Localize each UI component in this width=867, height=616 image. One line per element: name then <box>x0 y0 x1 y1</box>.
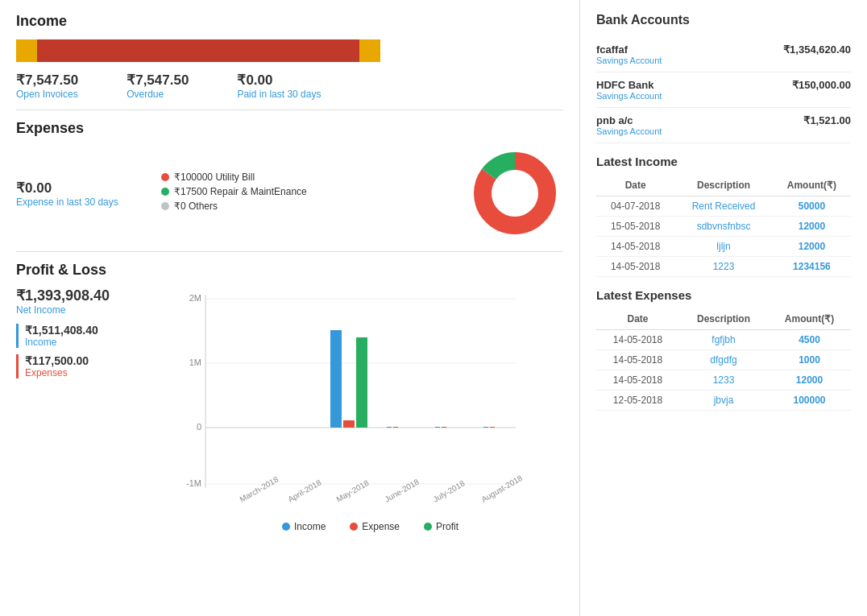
bar-chart-svg: 2M 1M 0 -1M March-2018 April-2018 <box>177 287 524 512</box>
svg-text:June-2018: June-2018 <box>384 477 421 503</box>
bank-item-1: HDFC Bank ₹150,000.00 Savings Account <box>596 72 851 108</box>
open-invoices-amount: ₹7,547.50 <box>16 72 78 89</box>
bank-item-2: pnb a/c ₹1,521.00 Savings Account <box>596 108 851 143</box>
open-invoices-block: ₹7,547.50 Open Invoices <box>16 72 78 100</box>
income-table-header: Date Description Amount(₹) <box>596 175 851 196</box>
paid-block: ₹0.00 Paid in last 30 days <box>237 72 321 100</box>
net-income-label: Net Income <box>16 304 161 316</box>
expenses-legend: ₹100000 Utility Bill ₹17500 Repair & Mai… <box>161 172 450 215</box>
expense-bar-may <box>343 420 355 428</box>
svg-point-2 <box>492 171 537 216</box>
right-panel: Bank Accounts fcaffaf ₹1,354,620.40 Savi… <box>580 0 867 616</box>
expenses-left: ₹0.00 Expense in last 30 days <box>16 180 145 208</box>
legend-income: Income <box>282 521 326 532</box>
table-row: 14-05-201812231234156 <box>596 257 851 277</box>
svg-text:August-2018: August-2018 <box>480 473 525 504</box>
svg-text:-1M: -1M <box>186 478 201 488</box>
svg-rect-20 <box>435 427 440 428</box>
svg-text:1M: 1M <box>189 358 201 367</box>
income-section: Income ₹7,547.50 Open Invoices ₹7,547.50… <box>16 13 563 100</box>
bank-type-1: Savings Account <box>596 91 851 101</box>
income-bar-may <box>330 330 342 428</box>
legend-income-dot <box>282 523 290 531</box>
latest-expenses-table: Date Description Amount(₹) 14-05-2018fgf… <box>596 308 851 411</box>
bank-amount-2: ₹1,521.00 <box>803 114 851 126</box>
legend-dot-repair <box>161 188 169 196</box>
svg-rect-22 <box>483 427 488 428</box>
chart-legend: Income Expense Profit <box>177 521 563 532</box>
bank-name-2: pnb a/c <box>596 114 633 126</box>
svg-text:May-2018: May-2018 <box>335 478 371 504</box>
bank-amount-0: ₹1,354,620.40 <box>783 43 851 56</box>
legend-dot-utility <box>161 173 169 181</box>
bank-amount-1: ₹150,000.00 <box>792 79 851 91</box>
income-title: Income <box>16 13 563 30</box>
pl-expense-block: ₹117,500.00 Expenses <box>16 354 161 378</box>
pl-content: ₹1,393,908.40 Net Income ₹1,511,408.40 I… <box>16 287 563 532</box>
svg-rect-21 <box>442 427 446 428</box>
bank-name-1: HDFC Bank <box>596 79 654 91</box>
paid-label: Paid in last 30 days <box>237 89 321 100</box>
legend-expense: Expense <box>350 521 400 532</box>
svg-text:2M: 2M <box>189 293 201 303</box>
paid-amount: ₹0.00 <box>237 72 321 89</box>
expenses-title: Expenses <box>16 120 563 137</box>
bank-item-row-1: HDFC Bank ₹150,000.00 <box>596 79 851 91</box>
income-bar-gold-left <box>16 39 37 62</box>
svg-text:March-2018: March-2018 <box>239 474 280 503</box>
legend-profit-dot <box>424 523 432 531</box>
overdue-label: Overdue <box>127 89 189 100</box>
net-income-amount: ₹1,393,908.40 <box>16 287 161 304</box>
expenses-amount: ₹0.00 <box>16 180 145 196</box>
overdue-amount: ₹7,547.50 <box>127 72 189 89</box>
pl-income-block: ₹1,511,408.40 Income <box>16 324 161 348</box>
income-header-amount: Amount(₹) <box>773 175 851 196</box>
pl-left: ₹1,393,908.40 Net Income ₹1,511,408.40 I… <box>16 287 161 532</box>
latest-income-title: Latest Income <box>596 155 851 168</box>
table-row: 15-05-2018sdbvnsfnbsc12000 <box>596 217 851 237</box>
open-invoices-label: Open Invoices <box>16 89 78 100</box>
legend-label-repair: ₹17500 Repair & MaintEnance <box>174 186 307 197</box>
legend-expense-label: Expense <box>362 521 400 532</box>
profit-bar-may <box>356 337 367 428</box>
pl-section: Profit & Loss ₹1,393,908.40 Net Income ₹… <box>16 262 563 532</box>
latest-expenses-title: Latest Expenses <box>596 288 851 302</box>
bank-accounts-title: Bank Accounts <box>596 13 851 27</box>
latest-expenses-section: Latest Expenses Date Description Amount(… <box>596 288 851 411</box>
table-row: 12-05-2018jbvja100000 <box>596 391 851 411</box>
legend-income-label: Income <box>294 521 326 532</box>
overdue-block: ₹7,547.50 Overdue <box>127 72 189 100</box>
table-row: 14-05-2018fgfjbh4500 <box>596 330 851 350</box>
income-bar <box>16 38 563 64</box>
bank-name-0: fcaffaf <box>596 43 628 56</box>
legend-label-utility: ₹100000 Utility Bill <box>174 172 255 183</box>
bank-type-0: Savings Account <box>596 56 851 65</box>
svg-text:July-2018: July-2018 <box>432 478 467 503</box>
table-row: 14-05-2018123312000 <box>596 370 851 391</box>
expenses-content: ₹0.00 Expense in last 30 days ₹100000 Ut… <box>16 145 563 242</box>
income-header-desc: Description <box>674 175 773 196</box>
income-header-date: Date <box>596 175 674 196</box>
income-bar-red <box>37 39 359 62</box>
expenses-section: Expenses ₹0.00 Expense in last 30 days ₹… <box>16 120 563 242</box>
pl-income-label: Income <box>25 337 161 348</box>
expenses-label: Expense in last 30 days <box>16 196 145 208</box>
bank-item-row-2: pnb a/c ₹1,521.00 <box>596 114 851 126</box>
svg-rect-19 <box>393 427 398 428</box>
income-stats: ₹7,547.50 Open Invoices ₹7,547.50 Overdu… <box>16 72 563 100</box>
legend-dot-others <box>161 202 169 210</box>
pl-title: Profit & Loss <box>16 262 563 279</box>
legend-profit-label: Profit <box>436 521 458 532</box>
svg-rect-23 <box>490 427 495 428</box>
donut-chart <box>467 145 563 242</box>
bank-item-0: fcaffaf ₹1,354,620.40 Savings Account <box>596 37 851 72</box>
legend-utility: ₹100000 Utility Bill <box>161 172 450 183</box>
expense-header-desc: Description <box>679 308 768 330</box>
pl-expense-label: Expenses <box>25 367 161 378</box>
legend-repair: ₹17500 Repair & MaintEnance <box>161 186 450 197</box>
pl-income-amount: ₹1,511,408.40 <box>25 324 161 337</box>
latest-income-table: Date Description Amount(₹) 04-07-2018Ren… <box>596 175 851 277</box>
expense-header-date: Date <box>596 308 679 330</box>
table-row: 04-07-2018Rent Received50000 <box>596 196 851 217</box>
bar-chart-area: 2M 1M 0 -1M March-2018 April-2018 <box>177 287 563 532</box>
